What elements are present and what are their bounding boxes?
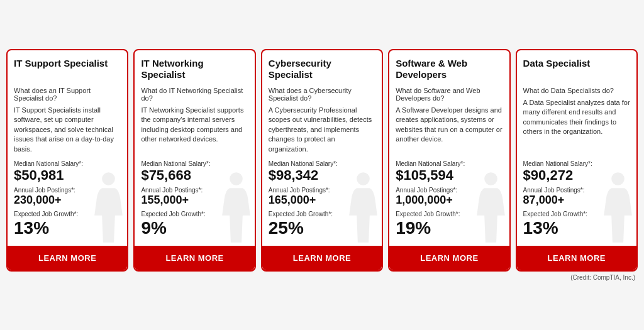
salary-value-it-support: $50,981 — [14, 168, 121, 183]
growth-value-software-web: 19% — [396, 218, 502, 238]
salary-value-cybersecurity: $98,342 — [269, 168, 375, 183]
postings-value-software-web: 1,000,000+ — [396, 194, 502, 207]
card-description-cybersecurity: A Cybersecurity Professional scopes out … — [269, 106, 375, 154]
salary-label-it-support: Median National Salary*: — [14, 160, 121, 167]
growth-label-cybersecurity: Expected Job Growth*: — [269, 211, 375, 217]
growth-value-data-specialist: 13% — [523, 218, 630, 238]
card-software-web: Software & Web DevelopersWhat do Softwar… — [388, 49, 510, 272]
card-cybersecurity: Cybersecurity SpecialistWhat does a Cybe… — [261, 49, 383, 272]
postings-label-it-networking: Annual Job Postings*: — [141, 187, 248, 194]
card-description-software-web: A Software Developer designs and creates… — [396, 106, 502, 154]
growth-value-cybersecurity: 25% — [269, 218, 375, 238]
card-it-support: IT Support SpecialistWhat does an IT Sup… — [6, 49, 128, 272]
card-footer-it-networking: LEARN MORE — [135, 246, 254, 270]
card-question-software-web: What do Software and Web Developers do? — [396, 87, 502, 102]
learn-more-button-data-specialist[interactable]: LEARN MORE — [517, 246, 636, 270]
growth-label-it-networking: Expected Job Growth*: — [141, 211, 248, 217]
card-footer-it-support: LEARN MORE — [8, 246, 127, 270]
card-question-data-specialist: What do Data Specialists do? — [523, 87, 630, 94]
card-footer-data-specialist: LEARN MORE — [517, 246, 636, 270]
card-body-cybersecurity: Cybersecurity SpecialistWhat does a Cybe… — [262, 50, 382, 246]
card-question-cybersecurity: What does a Cybersecurity Specialist do? — [269, 87, 375, 102]
salary-label-data-specialist: Median National Salary*: — [523, 160, 630, 167]
growth-value-it-networking: 9% — [141, 218, 248, 238]
postings-label-software-web: Annual Job Postings*: — [396, 187, 502, 194]
postings-value-it-networking: 155,000+ — [141, 194, 248, 207]
card-body-it-networking: IT Networking SpecialistWhat do IT Netwo… — [135, 50, 254, 246]
postings-value-it-support: 230,000+ — [14, 194, 121, 207]
postings-label-cybersecurity: Annual Job Postings*: — [269, 187, 375, 194]
growth-label-software-web: Expected Job Growth*: — [396, 211, 502, 217]
salary-label-it-networking: Median National Salary*: — [141, 160, 248, 167]
card-title-it-networking: IT Networking Specialist — [141, 58, 248, 80]
card-description-data-specialist: A Data Specialist analyzes data for many… — [523, 98, 630, 154]
card-title-data-specialist: Data Specialist — [523, 58, 630, 80]
learn-more-button-software-web[interactable]: LEARN MORE — [389, 246, 509, 270]
card-body-data-specialist: Data SpecialistWhat do Data Specialists … — [517, 50, 636, 246]
growth-label-it-support: Expected Job Growth*: — [14, 211, 121, 217]
card-it-networking: IT Networking SpecialistWhat do IT Netwo… — [133, 49, 255, 272]
postings-value-data-specialist: 87,000+ — [523, 194, 630, 207]
salary-label-software-web: Median National Salary*: — [396, 160, 502, 167]
card-body-it-support: IT Support SpecialistWhat does an IT Sup… — [8, 50, 127, 246]
growth-label-data-specialist: Expected Job Growth*: — [523, 211, 630, 217]
credit-text: (Credit: CompTIA, Inc.) — [6, 274, 638, 281]
card-footer-software-web: LEARN MORE — [389, 246, 509, 270]
card-body-software-web: Software & Web DevelopersWhat do Softwar… — [389, 50, 509, 246]
card-title-software-web: Software & Web Developers — [396, 58, 502, 80]
card-question-it-networking: What do IT Networking Specialist do? — [141, 87, 248, 102]
cards-container: IT Support SpecialistWhat does an IT Sup… — [6, 49, 638, 272]
learn-more-button-it-networking[interactable]: LEARN MORE — [135, 246, 254, 270]
salary-label-cybersecurity: Median National Salary*: — [269, 160, 375, 167]
card-title-it-support: IT Support Specialist — [14, 58, 121, 80]
postings-label-data-specialist: Annual Job Postings*: — [523, 187, 630, 194]
card-footer-cybersecurity: LEARN MORE — [262, 246, 382, 270]
growth-value-it-support: 13% — [14, 218, 121, 238]
card-description-it-networking: IT Networking Specialist supports the co… — [141, 106, 248, 154]
learn-more-button-cybersecurity[interactable]: LEARN MORE — [262, 246, 382, 270]
card-description-it-support: IT Support Specialists install software,… — [14, 106, 121, 154]
salary-value-software-web: $105,594 — [396, 168, 502, 183]
postings-label-it-support: Annual Job Postings*: — [14, 187, 121, 194]
card-title-cybersecurity: Cybersecurity Specialist — [269, 58, 375, 80]
card-question-it-support: What does an IT Support Specialist do? — [14, 87, 121, 102]
salary-value-data-specialist: $90,272 — [523, 168, 630, 183]
postings-value-cybersecurity: 165,000+ — [269, 194, 375, 207]
card-data-specialist: Data SpecialistWhat do Data Specialists … — [516, 49, 638, 272]
salary-value-it-networking: $75,668 — [141, 168, 248, 183]
learn-more-button-it-support[interactable]: LEARN MORE — [8, 246, 127, 270]
